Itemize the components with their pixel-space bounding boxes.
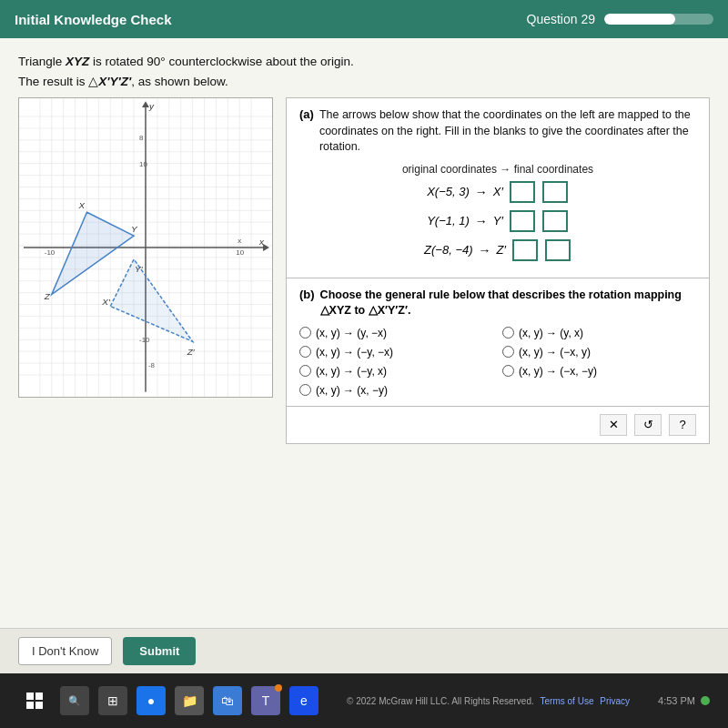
radio-circle-4[interactable] [502,346,514,358]
radio-option-3[interactable]: (x, y) → (−y, −x) [299,346,493,359]
radio-circle-1[interactable] [299,327,311,339]
graph-area: y x 10 -10 10 -10 8 -8 X Y Z X′ Y′ [18,97,273,398]
input-x-prime-2[interactable] [542,181,568,203]
header-bar: Initial Knowledge Check Question 29 [0,0,728,38]
coord-header: original coordinates → final coordinates [299,163,696,176]
input-x-prime-1[interactable] [510,181,535,203]
radio-option-2[interactable]: (x, y) → (y, x) [502,327,696,339]
taskbar-search-icon[interactable]: 🔍 [60,686,89,715]
taskbar-chrome-icon[interactable]: ● [136,686,166,715]
undo-button[interactable]: ↺ [634,414,662,436]
radio-label-7: (x, y) → (x, −y) [316,384,388,397]
svg-text:x: x [238,237,241,245]
radio-label-1: (x, y) → (y, −x) [316,327,387,339]
taskbar-store-icon[interactable]: 🛍 [213,686,242,715]
svg-text:Z: Z [44,291,51,301]
section-b: (b) Choose the general rule below that d… [286,278,710,407]
radio-label-5: (x, y) → (−y, x) [316,365,387,378]
arrow-z: → [479,243,491,258]
coord-x-prime-label: X′ [493,185,503,198]
progress-bar-container [604,14,713,25]
section-a: (a) The arrows below show that the coord… [286,97,710,278]
radio-options-grid: (x, y) → (y, −x) (x, y) → (y, x) (x, y) … [299,327,696,397]
svg-text:y: y [148,101,155,111]
taskbar-folder-icon[interactable]: 📁 [175,686,204,715]
header-right: Question 29 [527,12,714,26]
radio-label-2: (x, y) → (y, x) [519,327,583,339]
section-a-label: (a) [299,107,314,121]
footer-copyright: © 2022 McGraw Hill LLC. All Rights Reser… [347,696,630,706]
section-b-title: Choose the general rule below that descr… [320,288,696,319]
section-b-label: (b) [299,288,315,301]
coord-x-original: X(−5, 3) [427,185,470,198]
radio-circle-2[interactable] [502,327,514,339]
svg-text:Z′: Z′ [187,347,196,357]
question-label: Question 29 [527,12,596,26]
taskbar-left: 🔍 ⊞ ● 📁 🛍 T e [18,684,318,717]
coord-z-original: Z(−8, −4) [424,243,472,257]
radio-option-5[interactable]: (x, y) → (−y, x) [299,365,493,378]
taskbar-multitask-icon[interactable]: ⊞ [98,686,127,715]
problem-line2: The result is △X'Y'Z', as shown below. [18,74,710,88]
system-tray: 4:53 PM [658,695,710,706]
submit-button[interactable]: Submit [123,637,196,665]
windows-start-button[interactable] [18,684,51,717]
svg-text:Y′: Y′ [135,264,144,274]
input-y-prime-1[interactable] [510,210,535,232]
radio-circle-3[interactable] [299,346,311,358]
radio-circle-5[interactable] [299,365,311,377]
coord-y-original: Y(−1, 1) [427,214,470,228]
two-col-layout: y x 10 -10 10 -10 8 -8 X Y Z X′ Y′ [18,97,710,444]
coord-z-prime-label: Z′ [497,243,506,257]
svg-text:X′: X′ [101,297,111,307]
input-z-prime-1[interactable] [512,239,538,261]
radio-circle-6[interactable] [502,365,514,377]
problem-line1: Triangle XYZ is rotated 90° counterclock… [18,55,710,68]
section-a-description: The arrows below show that the coordinat… [319,107,696,156]
arrow-y: → [475,214,488,228]
main-content: Triangle XYZ is rotated 90° counterclock… [0,38,728,646]
coord-row-z: Z(−8, −4) → Z′ [299,239,696,261]
svg-text:8: 8 [139,134,144,142]
cross-button[interactable]: ✕ [600,414,627,436]
status-dot [701,696,710,705]
radio-label-4: (x, y) → (−x, y) [519,346,591,359]
taskbar: 🔍 ⊞ ● 📁 🛍 T e © 2022 McGraw Hill LLC. Al… [0,673,728,728]
svg-text:-10: -10 [139,336,150,344]
radio-option-6[interactable]: (x, y) → (−x, −y) [502,365,696,378]
taskbar-teams-icon[interactable]: T [251,686,280,715]
svg-text:-10: -10 [45,248,56,257]
bottom-bar: I Don't Know Submit [0,628,728,673]
radio-option-4[interactable]: (x, y) → (−x, y) [502,346,696,359]
system-clock: 4:53 PM [658,695,695,706]
windows-icon [26,693,43,709]
radio-option-7[interactable]: (x, y) → (x, −y) [299,384,493,397]
app-title: Initial Knowledge Check [15,12,172,27]
radio-circle-7[interactable] [299,384,311,396]
radio-option-1[interactable]: (x, y) → (y, −x) [299,327,493,339]
radio-label-6: (x, y) → (−x, −y) [519,365,597,378]
coord-row-x: X(−5, 3) → X′ [299,181,696,203]
input-y-prime-2[interactable] [542,210,568,232]
svg-text:-8: -8 [148,361,156,369]
taskbar-edge-icon[interactable]: e [289,686,318,715]
svg-text:x: x [258,237,265,247]
action-buttons-row: ✕ ↺ ? [286,407,710,444]
coord-y-prime-label: Y′ [493,214,503,228]
input-z-prime-2[interactable] [545,239,571,261]
teams-notification-dot [275,684,282,692]
arrow-x: → [475,185,488,199]
help-button[interactable]: ? [669,414,696,436]
right-panel: (a) The arrows below show that the coord… [286,97,710,444]
svg-text:X: X [78,200,86,210]
coordinate-graph: y x 10 -10 10 -10 8 -8 X Y Z X′ Y′ [19,98,272,397]
dont-know-button[interactable]: I Don't Know [18,637,112,665]
progress-bar-fill [604,14,675,25]
radio-label-3: (x, y) → (−y, −x) [316,346,393,359]
svg-text:10: 10 [236,248,244,257]
svg-text:10: 10 [139,160,147,168]
coord-row-y: Y(−1, 1) → Y′ [299,210,696,232]
